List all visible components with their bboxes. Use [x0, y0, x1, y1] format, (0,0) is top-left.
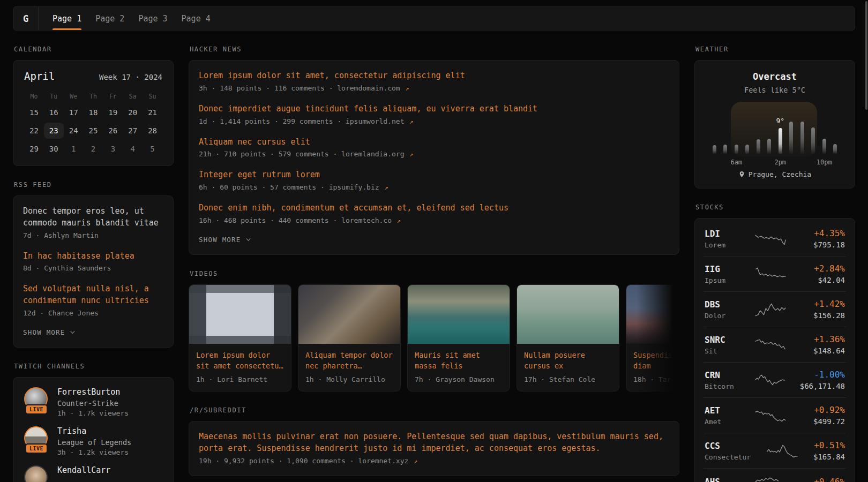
hackernews-item-meta-text: 21h · 710 points · 579 comments · loreml… [199, 150, 405, 158]
hackernews-show-more-button[interactable]: SHOW MORE [199, 236, 249, 244]
external-link-icon[interactable]: ↗ [384, 184, 388, 191]
twitch-channel-row[interactable]: LIVE Trisha League of Legends 3h · 1.2k … [24, 426, 162, 456]
stock-values: +1.36% $148.64 [791, 334, 845, 355]
page-tab[interactable]: Page 4 [182, 7, 211, 30]
page-tab[interactable]: Page 2 [95, 7, 124, 30]
calendar-day-header: Tu [44, 91, 64, 102]
stock-identity: SNRC Sit [705, 335, 750, 355]
stock-change-percent: -1.00% [791, 370, 845, 380]
calendar-day: 3 [103, 141, 123, 157]
stock-row[interactable]: DBS Dolor +1.42% $156.28 [704, 291, 846, 327]
video-card[interactable]: Aliquam tempor dolor nec pharetra… 1h · … [298, 284, 401, 392]
stock-identity: CCS Consectetur [705, 441, 761, 461]
stock-row[interactable]: CCS Consectetur +0.51% $165.84 [704, 433, 846, 468]
stock-row[interactable]: IIG Ipsum +2.84% $42.04 [704, 256, 846, 291]
twitch-channel-name[interactable]: KendallCarr [57, 465, 110, 475]
weather-bar-cell [709, 120, 720, 154]
stock-symbol[interactable]: DBS [705, 299, 750, 310]
hackernews-item-title[interactable]: Integer eget rutrum lorem [199, 169, 669, 181]
stock-change-percent: +1.36% [791, 334, 845, 344]
stocks-section-label: STOCKS [695, 204, 855, 211]
chevron-down-icon [70, 329, 74, 334]
stock-symbol[interactable]: CRN [705, 370, 750, 380]
rss-item-title[interactable]: In hac habitasse platea [23, 251, 163, 262]
video-card[interactable]: Mauris sit amet massa felis 7h · Grayson… [407, 284, 510, 392]
weather-bar [822, 139, 826, 154]
hackernews-item-meta-text: 3h · 148 points · 116 comments · loremdo… [199, 84, 400, 92]
hackernews-item-meta-text: 6h · 60 points · 57 comments · ipsumify.… [199, 183, 379, 191]
hackernews-item-title[interactable]: Aliquam nec cursus elit [199, 137, 669, 148]
calendar-day: 16 [44, 104, 64, 120]
app-logo[interactable]: G [13, 7, 39, 30]
stock-price: $66,171.48 [791, 382, 845, 390]
show-more-label: SHOW MORE [199, 236, 241, 244]
page-tab[interactable]: Page 3 [138, 7, 167, 30]
stock-name: Amet [705, 418, 750, 426]
hackernews-item: Integer eget rutrum lorem 6h · 60 points… [199, 169, 669, 191]
stock-name: Sit [705, 347, 750, 355]
external-link-icon[interactable]: ↗ [406, 85, 409, 92]
video-title[interactable]: Nullam posuere cursus ex [524, 350, 612, 372]
video-card[interactable]: Nullam posuere cursus ex 17h · Stefan Co… [517, 284, 619, 392]
subreddit-post-title[interactable]: Maecenas mollis pulvinar erat non posuer… [199, 431, 669, 455]
video-title[interactable]: Lorem ipsum dolor sit amet consectetu… [196, 350, 284, 372]
weather-bar-cell [764, 120, 775, 154]
twitch-channel-name[interactable]: ForrestBurton [57, 387, 129, 397]
external-link-icon[interactable]: ↗ [414, 457, 417, 465]
stock-sparkline [755, 409, 786, 423]
time-axis-label: 10pm [817, 159, 832, 166]
stock-symbol[interactable]: SNRC [705, 335, 750, 345]
scrollbar-thumb[interactable] [865, 1, 867, 110]
stock-row[interactable]: CRN Bitcorn -1.00% $66,171.48 [704, 362, 846, 397]
video-thumbnail[interactable] [517, 285, 619, 344]
stock-name: Ipsum [705, 276, 750, 284]
external-link-icon[interactable]: ↗ [397, 217, 401, 224]
video-thumbnail[interactable] [298, 285, 400, 344]
stock-values: +0.51% $165.84 [803, 440, 845, 461]
hackernews-item-title[interactable]: Lorem ipsum dolor sit amet, consectetur … [199, 70, 669, 82]
hackernews-item-meta: 16h · 468 points · 440 comments · loremt… [199, 216, 669, 224]
hackernews-item-title[interactable]: Donec imperdiet augue tincidunt felis al… [199, 103, 669, 115]
video-title[interactable]: Aliquam tempor dolor nec pharetra… [305, 350, 393, 372]
weather-bar-cell: 9° 2pm [775, 120, 786, 154]
stock-change-percent: +1.42% [791, 299, 845, 309]
twitch-channel-row[interactable]: KendallCarr [24, 465, 162, 482]
video-card[interactable]: Lorem ipsum dolor sit amet consectetu… 1… [189, 284, 291, 392]
calendar-day: 15 [24, 104, 44, 120]
video-thumbnail[interactable] [408, 285, 510, 344]
twitch-channel-row[interactable]: LIVE ForrestBurton Counter-Strike 1h · 1… [24, 387, 162, 417]
calendar-day: 22 [24, 123, 44, 139]
calendar-day: 27 [123, 123, 143, 139]
video-card[interactable]: Suspendisse diam 18h · Tara [626, 284, 679, 392]
stock-row[interactable]: LDI Lorem +4.35% $795.18 [704, 221, 846, 256]
stock-values: +0.46% [791, 477, 845, 482]
video-thumbnail[interactable] [189, 285, 291, 344]
stock-row[interactable]: SNRC Sit +1.36% $148.64 [704, 327, 846, 362]
stock-symbol[interactable]: IIG [705, 264, 750, 274]
calendar-day: 24 [64, 123, 84, 139]
twitch-channel-name[interactable]: Trisha [57, 426, 131, 436]
hackernews-item-meta: 6h · 60 points · 57 comments · ipsumify.… [199, 183, 669, 191]
external-link-icon[interactable]: ↗ [409, 118, 413, 125]
external-link-icon[interactable]: ↗ [409, 150, 413, 158]
twitch-channel-game: Counter-Strike [57, 399, 129, 408]
stock-symbol[interactable]: LDI [705, 229, 750, 239]
video-title[interactable]: Suspendisse diam [633, 350, 679, 372]
video-title[interactable]: Mauris sit amet massa felis [415, 350, 503, 372]
video-card-body: Mauris sit amet massa felis 7h · Grayson… [408, 344, 510, 391]
video-thumbnail[interactable] [626, 285, 679, 344]
stock-symbol[interactable]: AET [705, 405, 750, 416]
stock-row[interactable]: AET Amet +0.92% $499.72 [704, 397, 846, 433]
stock-symbol[interactable]: AHS [705, 477, 750, 482]
twitch-avatar-wrap: LIVE [24, 426, 49, 450]
rss-item-title[interactable]: Sed volutpat nulla nisl, a condimentum n… [23, 283, 163, 307]
stock-symbol[interactable]: CCS [705, 441, 761, 451]
stock-row[interactable]: AHS +0.46% [704, 468, 846, 482]
subreddit-widget: Maecenas mollis pulvinar erat non posuer… [189, 421, 679, 476]
stock-values: +4.35% $795.18 [791, 228, 845, 249]
stock-values: +0.92% $499.72 [791, 405, 845, 426]
rss-item-title[interactable]: Donec tempor eros leo, ut commodo mauris… [23, 206, 163, 229]
rss-show-more-button[interactable]: SHOW MORE [23, 328, 73, 336]
page-tab[interactable]: Page 1 [53, 7, 81, 30]
hackernews-item-title[interactable]: Donec enim nibh, condimentum et accumsan… [199, 202, 669, 214]
